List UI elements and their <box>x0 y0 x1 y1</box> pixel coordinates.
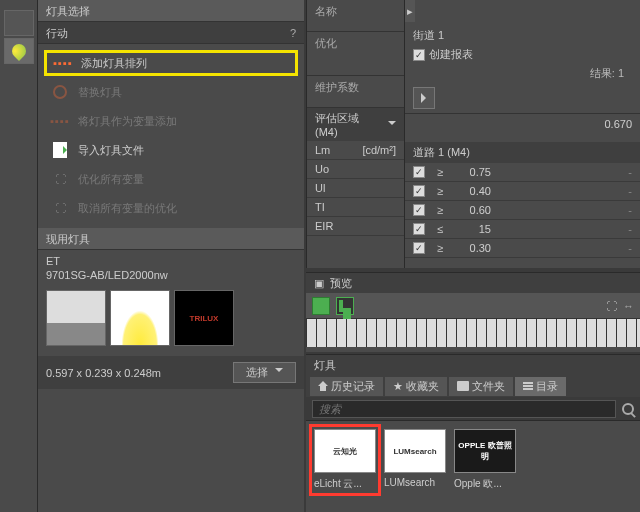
panel-header: 灯具选择 <box>38 0 304 22</box>
lamp-icon <box>9 41 29 61</box>
collapse-handle[interactable]: ▸ <box>405 0 415 22</box>
action-add-variable: ▪▪▪▪ 将灯具作为变量添加 <box>44 108 298 134</box>
metric-row: Lm[cd/m²] <box>307 141 404 160</box>
street-label: 街道 1 <box>413 26 632 45</box>
product-line2: 9701SG-AB/LED2000nw <box>46 268 296 282</box>
metric-row: TI <box>307 198 404 217</box>
create-report-label: 创建报表 <box>429 47 473 62</box>
folder-icon <box>457 381 469 391</box>
tool-button-lamp[interactable] <box>4 38 34 64</box>
tab-catalog[interactable]: 目录 <box>515 377 566 396</box>
fixture-panel: 灯具 历史记录 ★收藏夹 文件夹 目录 云知光 eLicht 云... LUMs… <box>306 354 640 512</box>
criteria-row: ✓≥0.60- <box>405 201 640 220</box>
preview-label: 预览 <box>330 273 352 293</box>
grid-icon: ▪▪▪▪ <box>53 55 73 71</box>
maintenance-label: 维护系数 <box>315 81 359 93</box>
preview-panel: ▣预览 ⛶ ↔ <box>306 272 640 352</box>
thumbnail-row: TRILUX <box>38 286 304 350</box>
criteria-row: ✓≥0.30- <box>405 239 640 258</box>
action-import[interactable]: 导入灯具文件 <box>44 137 298 163</box>
home-icon <box>318 381 328 391</box>
checkbox-icon[interactable]: ✓ <box>413 242 425 254</box>
catalog-item-lumsearch[interactable]: LUMsearch LUMsearch <box>384 429 446 491</box>
action-label: 替换灯具 <box>78 85 122 100</box>
view-3d-button[interactable] <box>312 297 330 315</box>
action-label: 将灯具作为变量添加 <box>78 114 177 129</box>
middle-panel: 名称 优化 维护系数 评估区域 (M4) Lm[cd/m²] Uo Ul TI … <box>306 0 404 268</box>
product-thumb-distribution[interactable] <box>110 290 170 346</box>
optimize-icon: ⛶ <box>50 171 70 187</box>
catalog-item-elicht[interactable]: 云知光 eLicht 云... <box>314 429 376 491</box>
fixture-tabs: 历史记录 ★收藏夹 文件夹 目录 <box>306 375 640 397</box>
criteria-row: ✓≥0.75- <box>405 163 640 182</box>
catalog-thumb: 云知光 <box>314 429 376 473</box>
tab-folders[interactable]: 文件夹 <box>449 377 513 396</box>
action-add-arrangement[interactable]: ▪▪▪▪ 添加灯具排列 <box>44 50 298 76</box>
fixture-header: 灯具 <box>306 355 640 375</box>
preview-toolbar: ⛶ ↔ <box>306 293 640 319</box>
run-button[interactable] <box>413 87 435 109</box>
grid-icon: ▪▪▪▪ <box>50 113 70 129</box>
tool-button-1[interactable] <box>4 10 34 36</box>
action-list: ▪▪▪▪ 添加灯具排列 替换灯具 ▪▪▪▪ 将灯具作为变量添加 导入灯具文件 ⛶… <box>38 44 304 230</box>
tool-column <box>0 0 38 512</box>
catalog-thumb: OPPLE 欧普照明 <box>454 429 516 473</box>
used-fixtures-panel: 现用灯具 ET 9701SG-AB/LED2000nw TRILUX 0.597… <box>38 228 304 389</box>
create-report-row[interactable]: ✓创建报表 <box>413 45 632 64</box>
chevron-down-icon <box>388 121 396 129</box>
name-section: 名称 <box>307 0 404 32</box>
tab-favorites[interactable]: ★收藏夹 <box>385 377 447 396</box>
right-panel: ▸ 街道 1 ✓创建报表 结果: 1 0.670 道路 1 (M4) ✓≥0.7… <box>404 0 640 268</box>
name-label: 名称 <box>315 5 337 17</box>
road-header: 道路 1 (M4) <box>405 142 640 163</box>
actions-header: 行动 ? <box>38 22 304 44</box>
product-thumb-brand[interactable]: TRILUX <box>174 290 234 346</box>
help-icon[interactable]: ? <box>290 22 296 44</box>
preview-header: ▣预览 <box>306 273 640 293</box>
catalog-item-opple[interactable]: OPPLE 欧普照明 Opple 欧... <box>454 429 516 491</box>
eval-label: 评估区域 (M4) <box>315 111 384 138</box>
search-icon[interactable] <box>622 403 634 415</box>
actions-header-label: 行动 <box>46 27 68 39</box>
star-icon: ★ <box>393 380 403 393</box>
eval-header[interactable]: 评估区域 (M4) <box>307 108 404 141</box>
metric-row: Uo <box>307 160 404 179</box>
import-icon <box>50 142 70 158</box>
used-header: 现用灯具 <box>38 228 304 250</box>
checkbox-icon[interactable]: ✓ <box>413 204 425 216</box>
checkbox-icon[interactable]: ✓ <box>413 166 425 178</box>
checkbox-icon[interactable]: ✓ <box>413 223 425 235</box>
swap-icon <box>50 84 70 100</box>
ruler[interactable] <box>306 319 640 347</box>
maintenance-value: 0.670 <box>405 113 640 134</box>
catalog-label: eLicht 云... <box>314 473 376 491</box>
list-icon <box>523 382 533 390</box>
optimize-label: 优化 <box>315 37 337 49</box>
tab-history[interactable]: 历史记录 <box>310 377 383 396</box>
select-button[interactable]: 选择 <box>233 362 296 383</box>
view-plan-button[interactable] <box>336 297 354 315</box>
expand-icon[interactable]: ▣ <box>314 273 324 293</box>
chevron-down-icon <box>275 368 283 376</box>
checkbox-icon[interactable]: ✓ <box>413 185 425 197</box>
action-replace: 替换灯具 <box>44 79 298 105</box>
dimension-row: 0.597 x 0.239 x 0.248m 选择 <box>38 356 304 389</box>
play-icon <box>421 93 431 103</box>
criteria-row: ✓≤15- <box>405 220 640 239</box>
product-thumb-photo[interactable] <box>46 290 106 346</box>
measure-icon[interactable]: ↔ <box>623 300 634 312</box>
action-label: 取消所有变量的优化 <box>78 201 177 216</box>
maintenance-section: 维护系数 <box>307 76 404 108</box>
action-label: 优化所有变量 <box>78 172 144 187</box>
catalog-label: LUMsearch <box>384 473 446 488</box>
search-input[interactable] <box>312 400 616 418</box>
catalog-label: Opple 欧... <box>454 473 516 491</box>
cancel-icon: ⛶ <box>50 200 70 216</box>
dimensions-text: 0.597 x 0.239 x 0.248m <box>46 367 161 379</box>
checkbox-icon[interactable]: ✓ <box>413 49 425 61</box>
product-line1: ET <box>46 254 296 268</box>
action-cancel-optimize: ⛶ 取消所有变量的优化 <box>44 195 298 221</box>
fit-icon[interactable]: ⛶ <box>606 300 617 312</box>
catalog-row: 云知光 eLicht 云... LUMsearch LUMsearch OPPL… <box>306 421 640 499</box>
action-optimize-all: ⛶ 优化所有变量 <box>44 166 298 192</box>
